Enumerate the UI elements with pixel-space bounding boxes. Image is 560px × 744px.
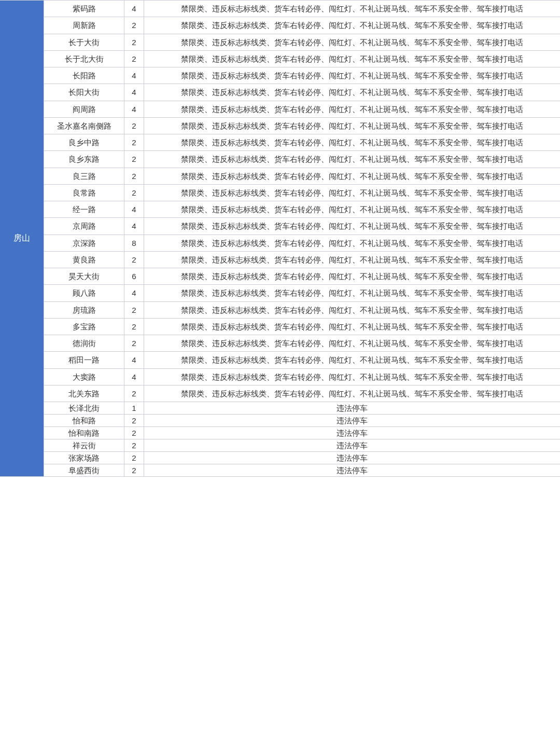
road-cell: 祥云街 — [44, 439, 124, 451]
count-cell: 2 — [124, 34, 144, 50]
table-row: 房琉路2禁限类、违反标志标线类、货车右转必停、闯红灯、不礼让斑马线、驾车不系安全… — [44, 301, 560, 318]
road-cell: 北关东路 — [44, 385, 124, 402]
road-cell: 怡和南路 — [44, 427, 124, 439]
road-cell: 经一路 — [44, 201, 124, 217]
violation-cell: 违法停车 — [144, 427, 560, 439]
violation-cell: 禁限类、违反标志标线类、货车右转必停、闯红灯、不礼让斑马线、驾车不系安全带、驾车… — [144, 285, 560, 301]
road-cell: 张家场路 — [44, 452, 124, 464]
violation-cell: 禁限类、违反标志标线类、货车右转必停、闯红灯、不礼让斑马线、驾车不系安全带、驾车… — [144, 252, 560, 268]
count-cell: 8 — [124, 235, 144, 251]
road-cell: 京深路 — [44, 235, 124, 251]
road-cell: 良常路 — [44, 185, 124, 201]
table-row: 稻田一路4禁限类、违反标志标线类、货车右转必停、闯红灯、不礼让斑马线、驾车不系安… — [44, 351, 560, 368]
violation-cell: 禁限类、违反标志标线类、货车右转必停、闯红灯、不礼让斑马线、驾车不系安全带、驾车… — [144, 101, 560, 117]
count-cell: 2 — [124, 464, 144, 476]
table-row: 顾八路4禁限类、违反标志标线类、货车右转必停、闯红灯、不礼让斑马线、驾车不系安全… — [44, 284, 560, 301]
table-row: 长于北大街2禁限类、违反标志标线类、货车右转必停、闯红灯、不礼让斑马线、驾车不系… — [44, 50, 560, 67]
table-row: 经一路4禁限类、违反标志标线类、货车右转必停、闯红灯、不礼让斑马线、驾车不系安全… — [44, 201, 560, 217]
count-cell: 6 — [124, 268, 144, 284]
violation-cell: 禁限类、违反标志标线类、货车右转必停、闯红灯、不礼让斑马线、驾车不系安全带、驾车… — [144, 151, 560, 167]
road-cell: 阎周路 — [44, 101, 124, 117]
table-wrapper: 房山 紫码路4禁限类、违反标志标线类、货车右转必停、闯红灯、不礼让斑马线、驾车不… — [0, 0, 560, 477]
road-cell: 周新路 — [44, 17, 124, 33]
table-row: 黄良路2禁限类、违反标志标线类、货车右转必停、闯红灯、不礼让斑马线、驾车不系安全… — [44, 251, 560, 268]
violation-cell: 禁限类、违反标志标线类、货车右转必停、闯红灯、不礼让斑马线、驾车不系安全带、驾车… — [144, 218, 560, 234]
count-cell: 2 — [124, 252, 144, 268]
count-cell: 2 — [124, 452, 144, 464]
count-cell: 2 — [124, 151, 144, 167]
table-row: 怡和南路2违法停车 — [44, 426, 560, 439]
table-row: 紫码路4禁限类、违反标志标线类、货车右转必停、闯红灯、不礼让斑马线、驾车不系安全… — [44, 1, 560, 17]
table-row: 长阳路4禁限类、违反标志标线类、货车右转必停、闯红灯、不礼让斑马线、驾车不系安全… — [44, 67, 560, 84]
road-cell: 紫码路 — [44, 1, 124, 17]
violation-cell: 禁限类、违反标志标线类、货车右转必停、闯红灯、不礼让斑马线、驾车不系安全带、驾车… — [144, 67, 560, 84]
table-row: 大窦路4禁限类、违反标志标线类、货车右转必停、闯红灯、不礼让斑马线、驾车不系安全… — [44, 368, 560, 385]
count-cell: 4 — [124, 201, 144, 217]
road-cell: 大窦路 — [44, 369, 124, 385]
violation-cell: 禁限类、违反标志标线类、货车右转必停、闯红灯、不礼让斑马线、驾车不系安全带、驾车… — [144, 134, 560, 150]
table-row: 祥云街2违法停车 — [44, 439, 560, 451]
violation-cell: 违法停车 — [144, 452, 560, 464]
count-cell: 2 — [124, 134, 144, 150]
table-row: 良乡中路2禁限类、违反标志标线类、货车右转必停、闯红灯、不礼让斑马线、驾车不系安… — [44, 134, 560, 150]
violation-cell: 禁限类、违反标志标线类、货车右转必停、闯红灯、不礼让斑马线、驾车不系安全带、驾车… — [144, 335, 560, 351]
table-row: 长于大街2禁限类、违反标志标线类、货车右转必停、闯红灯、不礼让斑马线、驾车不系安… — [44, 34, 560, 50]
violation-cell: 禁限类、违反标志标线类、货车右转必停、闯红灯、不礼让斑马线、驾车不系安全带、驾车… — [144, 319, 560, 335]
count-cell: 2 — [124, 302, 144, 318]
table-row: 良常路2禁限类、违反标志标线类、货车右转必停、闯红灯、不礼让斑马线、驾车不系安全… — [44, 184, 560, 201]
count-cell: 1 — [124, 402, 144, 414]
road-cell: 黄良路 — [44, 252, 124, 268]
table-row: 周新路2禁限类、违反标志标线类、货车右转必停、闯红灯、不礼让斑马线、驾车不系安全… — [44, 17, 560, 33]
count-cell: 2 — [124, 118, 144, 134]
violation-cell: 违法停车 — [144, 439, 560, 451]
violation-cell: 禁限类、违反标志标线类、货车右转必停、闯红灯、不礼让斑马线、驾车不系安全带、驾车… — [144, 118, 560, 134]
table-row: 良乡东路2禁限类、违反标志标线类、货车右转必停、闯红灯、不礼让斑马线、驾车不系安… — [44, 150, 560, 167]
table-row: 京深路8禁限类、违反标志标线类、货车右转必停、闯红灯、不礼让斑马线、驾车不系安全… — [44, 235, 560, 251]
road-cell: 阜盛西街 — [44, 464, 124, 476]
table-row: 长泽北街1违法停车 — [44, 402, 560, 414]
violation-cell: 违法停车 — [144, 402, 560, 414]
table-row: 阜盛西街2违法停车 — [44, 464, 560, 476]
violation-cell: 禁限类、违反标志标线类、货车右转必停、闯红灯、不礼让斑马线、驾车不系安全带、驾车… — [144, 51, 560, 67]
table-row: 昊天大街6禁限类、违反标志标线类、货车右转必停、闯红灯、不礼让斑马线、驾车不系安… — [44, 268, 560, 284]
table-body: 紫码路4禁限类、违反标志标线类、货车右转必停、闯红灯、不礼让斑马线、驾车不系安全… — [44, 1, 560, 476]
road-cell: 长于北大街 — [44, 51, 124, 67]
count-cell: 4 — [124, 67, 144, 84]
count-cell: 2 — [124, 335, 144, 351]
table-row: 多宝路2禁限类、违反标志标线类、货车右转必停、闯红灯、不礼让斑马线、驾车不系安全… — [44, 318, 560, 335]
violation-cell: 禁限类、违反标志标线类、货车右转必停、闯红灯、不礼让斑马线、驾车不系安全带、驾车… — [144, 17, 560, 33]
road-cell: 稻田一路 — [44, 352, 124, 368]
road-cell: 德润街 — [44, 335, 124, 351]
road-cell: 房琉路 — [44, 302, 124, 318]
table-row: 京周路4禁限类、违反标志标线类、货车右转必停、闯红灯、不礼让斑马线、驾车不系安全… — [44, 217, 560, 234]
count-cell: 2 — [124, 427, 144, 439]
count-cell: 4 — [124, 352, 144, 368]
count-cell: 2 — [124, 51, 144, 67]
violation-cell: 禁限类、违反标志标线类、货车右转必停、闯红灯、不礼让斑马线、驾车不系安全带、驾车… — [144, 34, 560, 50]
violation-cell: 禁限类、违反标志标线类、货车右转必停、闯红灯、不礼让斑马线、驾车不系安全带、驾车… — [144, 302, 560, 318]
count-cell: 2 — [124, 17, 144, 33]
count-cell: 4 — [124, 369, 144, 385]
road-cell: 昊天大街 — [44, 268, 124, 284]
count-cell: 4 — [124, 218, 144, 234]
district-header-cell: 房山 — [0, 1, 44, 476]
road-cell: 长于大街 — [44, 34, 124, 50]
violation-cell: 禁限类、违反标志标线类、货车右转必停、闯红灯、不礼让斑马线、驾车不系安全带、驾车… — [144, 385, 560, 402]
violation-cell: 禁限类、违反标志标线类、货车右转必停、闯红灯、不礼让斑马线、驾车不系安全带、驾车… — [144, 235, 560, 251]
road-cell: 良乡东路 — [44, 151, 124, 167]
violation-cell: 禁限类、违反标志标线类、货车右转必停、闯红灯、不礼让斑马线、驾车不系安全带、驾车… — [144, 369, 560, 385]
count-cell: 2 — [124, 385, 144, 402]
table-row: 圣水嘉名南侧路2禁限类、违反标志标线类、货车右转必停、闯红灯、不礼让斑马线、驾车… — [44, 117, 560, 134]
count-cell: 4 — [124, 285, 144, 301]
count-cell: 4 — [124, 1, 144, 17]
count-cell: 2 — [124, 415, 144, 426]
violation-cell: 违法停车 — [144, 464, 560, 476]
violation-cell: 禁限类、违反标志标线类、货车右转必停、闯红灯、不礼让斑马线、驾车不系安全带、驾车… — [144, 201, 560, 217]
road-cell: 京周路 — [44, 218, 124, 234]
table-row: 怡和路2违法停车 — [44, 414, 560, 426]
table-row: 良三路2禁限类、违反标志标线类、货车右转必停、闯红灯、不礼让斑马线、驾车不系安全… — [44, 168, 560, 184]
district-label: 房山 — [13, 233, 30, 244]
road-cell: 多宝路 — [44, 319, 124, 335]
count-cell: 4 — [124, 84, 144, 100]
road-cell: 圣水嘉名南侧路 — [44, 118, 124, 134]
